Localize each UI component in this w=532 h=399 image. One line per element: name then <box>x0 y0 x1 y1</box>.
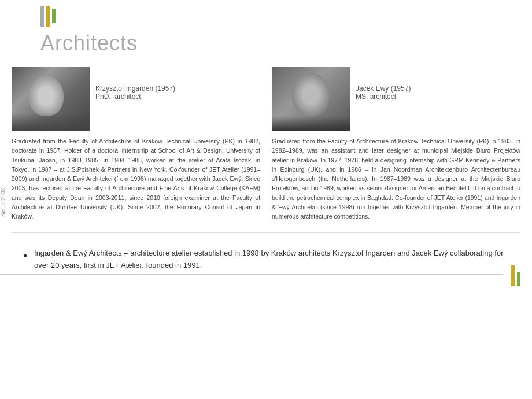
architect-name-krzysztof: Krzysztof Ingarden (1957) <box>95 84 175 93</box>
bullet-dot: • <box>23 247 27 264</box>
divider <box>12 232 520 233</box>
architect-name-jacek: Jacek Ewý (1957) <box>356 84 411 93</box>
bar-yellow <box>46 6 50 27</box>
architect-column-krzysztof: Krzysztof Ingarden (1957) PhD., architec… <box>12 67 260 221</box>
photo-jacek <box>272 67 350 131</box>
architect-header-jacek: Jacek Ewý (1957) MS, architect <box>272 67 520 131</box>
page-container: Architects Krzysztof Ingarden (1957) PhD… <box>0 0 532 292</box>
bullet-text: Ingarden & Ewý Architects – architecture… <box>34 247 509 272</box>
page-title: Architects <box>40 31 520 56</box>
bar-gray <box>40 6 44 27</box>
bottom-decoration <box>511 265 520 286</box>
architect-column-jacek: Jacek Ewý (1957) MS, architect Graduated… <box>272 67 520 221</box>
since-label: Since 2003 <box>0 188 6 217</box>
bottom-line <box>0 274 503 275</box>
architect-info-jacek: Jacek Ewý (1957) MS, architect <box>350 67 411 101</box>
top-decoration <box>40 6 520 27</box>
bottom-bar-yellow <box>511 265 515 286</box>
architect-bio-krzysztof: Graduated from the Faculty of Architectu… <box>12 136 260 221</box>
bottom-bar-green <box>517 272 520 286</box>
architect-bio-jacek: Graduated from the Faculty of Architectu… <box>272 136 520 221</box>
architect-header-krzysztof: Krzysztof Ingarden (1957) PhD., architec… <box>12 67 260 131</box>
architect-title-jacek: MS, architect <box>356 93 411 101</box>
architect-title-krzysztof: PhD., architect <box>95 93 175 101</box>
photo-krzysztof <box>12 67 90 131</box>
architect-info-krzysztof: Krzysztof Ingarden (1957) PhD., architec… <box>90 67 175 101</box>
bar-green <box>52 9 56 23</box>
architects-row: Krzysztof Ingarden (1957) PhD., architec… <box>12 67 520 221</box>
